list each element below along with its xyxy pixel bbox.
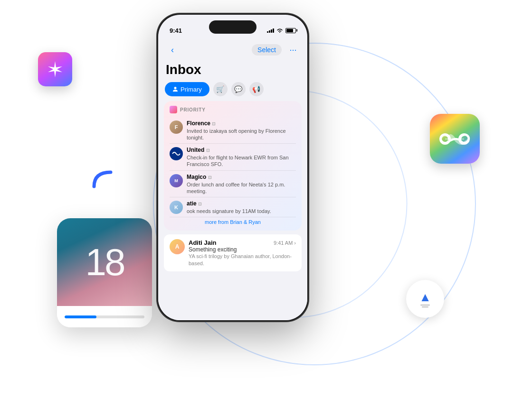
ios18-app-card[interactable]: 18: [57, 218, 152, 327]
more-button[interactable]: ···: [286, 43, 300, 56]
email-sender-florence: Florence ⊡: [187, 120, 296, 128]
sparkle-app-icon[interactable]: [38, 52, 72, 86]
svg-point-0: [54, 68, 57, 71]
battery-icon: [285, 28, 296, 33]
svg-point-1: [174, 87, 177, 89]
infinity-app-icon[interactable]: [430, 114, 480, 164]
mail-app-content: ‹ Select ··· Inbox Primary: [158, 39, 307, 320]
infinity-symbol: [439, 130, 470, 148]
person-icon: [172, 86, 178, 92]
email-preview-florence: Invited to izakaya soft opening by Flore…: [187, 128, 296, 141]
avatar-united: [170, 147, 183, 160]
ios18-number: 18: [86, 241, 124, 284]
upload-arrow-icon: ▲: [419, 291, 431, 303]
select-button[interactable]: Select: [252, 44, 282, 56]
phone-frame: 9:41: [157, 13, 309, 322]
wifi-icon: [276, 28, 283, 33]
tab-shopping[interactable]: 🛒: [213, 82, 228, 96]
email-item-united[interactable]: United ⊡ Check-in for flight to Newark E…: [170, 144, 296, 170]
email-sender-magico: Magico ⊡: [187, 173, 296, 181]
avatar-florence: F: [170, 121, 183, 134]
nav-actions: Select ···: [252, 43, 300, 56]
email-item-magico[interactable]: M Magico ⊡ Order lunch and coffee for Ne…: [170, 171, 296, 197]
upload-lines-icon: [420, 305, 430, 307]
dynamic-island: [209, 20, 256, 34]
tab-chat[interactable]: 💬: [231, 82, 246, 96]
email-preview-katie: ook needs signature by 11AM today.: [187, 208, 296, 214]
email-preview-magico: Order lunch and coffee for Neeta's 12 p.…: [187, 181, 296, 195]
signal-icon: [267, 28, 274, 33]
email-preview-united: Check-in for flight to Newark EWR from S…: [187, 154, 296, 168]
back-button[interactable]: ‹: [166, 43, 179, 56]
nav-bar: ‹ Select ···: [158, 39, 307, 60]
ai-indicator: ⊡: [212, 121, 216, 126]
avatar-katie: K: [170, 201, 183, 214]
tab-promotions[interactable]: 📢: [249, 82, 264, 96]
email-item-aditi[interactable]: A Aditi Jain 9:41 AM › Something excitin…: [164, 234, 302, 271]
ios18-progress-fill: [65, 315, 96, 318]
email-sender-katie: atie ⊡: [187, 200, 296, 208]
avatar-magico: M: [170, 174, 183, 187]
email-name-aditi: Aditi Jain: [189, 239, 217, 246]
phone-mockup: 9:41: [157, 13, 309, 322]
email-item-katie[interactable]: K atie ⊡ ook needs signature by 11AM tod…: [170, 197, 296, 217]
priority-label: PRIORITY: [180, 107, 206, 112]
avatar-aditi: A: [170, 239, 185, 254]
email-item-florence[interactable]: F Florence ⊡ Invited to izakaya soft ope…: [170, 117, 296, 144]
tab-row: Primary 🛒 💬 📢: [158, 82, 307, 101]
swoosh-decoration: [89, 165, 115, 191]
tab-primary-label: Primary: [180, 86, 202, 93]
priority-logo: [170, 106, 177, 113]
phone-screen: 9:41: [158, 15, 307, 320]
priority-header: PRIORITY: [170, 106, 296, 113]
priority-card: PRIORITY F Florence ⊡ Invited to izakaya…: [164, 101, 302, 231]
inbox-title: Inbox: [158, 60, 307, 82]
status-icons: [267, 28, 296, 33]
tab-primary[interactable]: Primary: [165, 82, 209, 96]
priority-more-link[interactable]: more from Brian & Ryan: [170, 217, 296, 226]
email-subject-aditi: Something exciting: [189, 246, 296, 253]
email-sender-united: United ⊡: [187, 146, 296, 154]
status-time: 9:41: [170, 27, 182, 34]
upload-button[interactable]: ▲: [406, 280, 444, 318]
email-time-aditi: 9:41 AM ›: [274, 240, 296, 246]
email-body-aditi: YA sci-fi trilogy by Ghanaian author, Lo…: [189, 253, 296, 267]
ios18-progress-bar: [65, 315, 144, 318]
